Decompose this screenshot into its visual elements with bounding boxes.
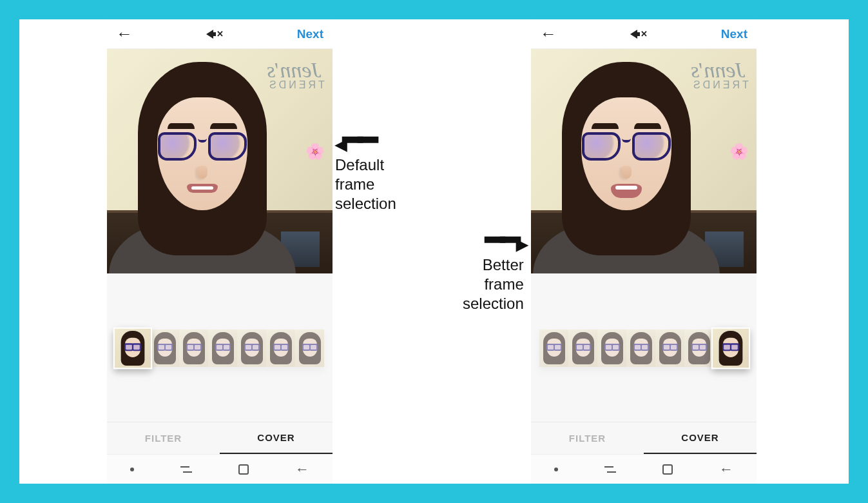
nav-back-icon[interactable]: ←	[295, 461, 309, 478]
phone-screenshot-better: ← ✕ Next Jenn's TRENDS 🌸	[531, 19, 757, 484]
nav-home-icon[interactable]	[662, 464, 673, 475]
filmstrip-frame[interactable]	[712, 328, 749, 368]
nav-assistant-icon[interactable]	[130, 468, 134, 471]
nav-home-icon[interactable]	[238, 464, 249, 475]
nav-recents-icon[interactable]	[604, 466, 616, 473]
person-portrait	[541, 62, 711, 274]
mute-icon[interactable]: ✕	[630, 29, 648, 39]
annotation-better: Better frame selection	[463, 235, 524, 313]
arrow-right-icon	[463, 235, 524, 246]
nav-back-icon[interactable]: ←	[719, 461, 733, 478]
next-button[interactable]: Next	[294, 25, 326, 44]
filmstrip-frame[interactable]	[684, 330, 713, 367]
filmstrip-frame[interactable]	[295, 330, 324, 367]
editor-topbar: ← ✕ Next	[531, 19, 757, 48]
filmstrip-frame[interactable]	[150, 330, 179, 367]
tab-cover[interactable]: COVER	[644, 422, 757, 454]
arrow-left-icon	[335, 135, 396, 146]
editor-topbar: ← ✕ Next	[107, 19, 333, 48]
editor-tabs: FILTER COVER	[107, 422, 333, 454]
person-portrait	[117, 62, 287, 274]
comparison-canvas: ← ✕ Next Jenn's TRENDS 🌸	[19, 19, 849, 484]
video-cover-preview: Jenn's TRENDS 🌸	[107, 48, 333, 274]
next-button[interactable]: Next	[719, 25, 750, 44]
flower-decoration: 🌸	[305, 143, 325, 161]
filmstrip-frame[interactable]	[597, 330, 626, 367]
back-icon[interactable]: ←	[113, 21, 135, 46]
tab-filter[interactable]: FILTER	[107, 422, 220, 454]
nav-assistant-icon[interactable]	[554, 468, 558, 471]
filmstrip-frame[interactable]	[237, 330, 266, 367]
tab-cover[interactable]: COVER	[220, 422, 333, 454]
android-navbar: ←	[107, 454, 333, 484]
filmstrip-frame[interactable]	[655, 330, 684, 367]
tab-filter[interactable]: FILTER	[531, 422, 644, 454]
filmstrip-frame[interactable]	[568, 330, 597, 367]
cover-filmstrip[interactable]	[115, 330, 324, 367]
filmstrip-frame[interactable]	[208, 330, 237, 367]
cover-filmstrip[interactable]	[539, 330, 748, 367]
annotation-text: Default frame selection	[335, 155, 396, 213]
filmstrip-frame[interactable]	[626, 330, 655, 367]
filmstrip-frame[interactable]	[114, 328, 151, 368]
filmstrip-frame[interactable]	[266, 330, 295, 367]
filmstrip-area	[531, 274, 757, 422]
editor-tabs: FILTER COVER	[531, 422, 757, 454]
annotation-default: Default frame selection	[335, 135, 396, 213]
phone-screenshot-default: ← ✕ Next Jenn's TRENDS 🌸	[107, 19, 333, 484]
filmstrip-frame[interactable]	[179, 330, 208, 367]
nav-recents-icon[interactable]	[180, 466, 192, 473]
filmstrip-frame[interactable]	[539, 330, 568, 367]
android-navbar: ←	[531, 454, 757, 484]
video-cover-preview: Jenn's TRENDS 🌸	[531, 48, 757, 274]
flower-decoration: 🌸	[729, 143, 749, 161]
filmstrip-area	[107, 274, 333, 422]
annotation-text: Better frame selection	[463, 255, 524, 313]
back-icon[interactable]: ←	[537, 21, 559, 46]
mute-icon[interactable]: ✕	[206, 29, 224, 39]
